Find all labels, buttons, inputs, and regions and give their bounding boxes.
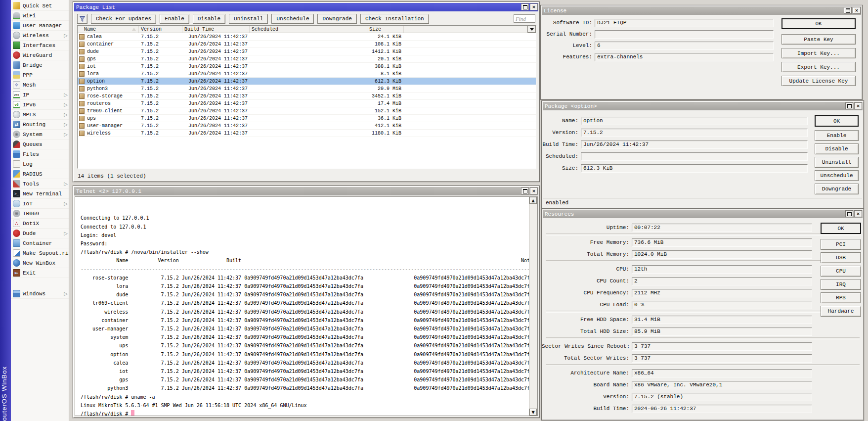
- titlebar[interactable]: Resources ×: [543, 210, 863, 218]
- disable-button[interactable]: Disable: [193, 14, 225, 24]
- downgrade-button[interactable]: Downgrade: [317, 14, 356, 24]
- close-button[interactable]: ×: [854, 102, 862, 109]
- field-architecture-name-input[interactable]: x86_64: [632, 369, 812, 377]
- package-row-wireless[interactable]: wireless7.15.2Jun/26/2024 11:42:371180.1…: [78, 130, 536, 137]
- package-row-tr069-client[interactable]: tr069-client7.15.2Jun/26/2024 11:42:3715…: [78, 107, 536, 115]
- package-row-dude[interactable]: dude7.15.2Jun/26/2024 11:42:371412.1 KiB: [78, 48, 536, 55]
- filter-button[interactable]: [77, 14, 87, 24]
- terminal-output[interactable]: Connecting to 127.0.0.1 Connected to 127…: [75, 197, 537, 416]
- field-software-id-input[interactable]: DJ21-EIQP: [595, 19, 774, 27]
- enable-button[interactable]: Enable: [815, 130, 859, 141]
- sidebar-item-ppp[interactable]: PPP: [11, 70, 69, 80]
- scroll-down-button[interactable]: ▼: [529, 409, 537, 416]
- downgrade-button[interactable]: Downgrade: [815, 184, 859, 194]
- maximize-button[interactable]: [845, 210, 853, 217]
- sidebar-item-wireguard[interactable]: WireGuard: [11, 50, 69, 60]
- sidebar-item-user-manager[interactable]: User Manager: [11, 21, 69, 31]
- column-header-scheduled[interactable]: Scheduled: [250, 26, 367, 33]
- package-row-option[interactable]: option7.15.2Jun/26/2024 11:42:37612.3 Ki…: [78, 78, 536, 85]
- find-input[interactable]: [514, 14, 535, 23]
- sidebar-item-new-terminal[interactable]: New Terminal: [11, 189, 69, 199]
- field-name-input[interactable]: option: [581, 117, 808, 125]
- close-button[interactable]: ×: [530, 187, 538, 194]
- ok-button[interactable]: OK: [781, 18, 856, 29]
- disable-button[interactable]: Disable: [815, 143, 859, 154]
- sidebar-item-files[interactable]: Files: [11, 149, 69, 159]
- sidebar-item-system[interactable]: System▷: [11, 130, 69, 140]
- field-cpu-load-input[interactable]: 0 %: [632, 301, 812, 309]
- sidebar-item-container[interactable]: Container: [11, 238, 69, 248]
- sidebar-item-quick-set[interactable]: Quick Set: [11, 1, 69, 11]
- sidebar-item-queues[interactable]: Queues: [11, 140, 69, 149]
- field-version-input[interactable]: 7.15.2: [581, 129, 808, 137]
- field-level-input[interactable]: 6: [595, 42, 774, 50]
- unschedule-button[interactable]: Unschedule: [271, 14, 314, 24]
- sidebar-item-mpls[interactable]: MPLS▷: [11, 110, 69, 120]
- close-button[interactable]: ×: [854, 210, 862, 217]
- sidebar-item-tr069[interactable]: TR069: [11, 209, 69, 219]
- sidebar-item-wireless[interactable]: Wireless▷: [11, 31, 69, 41]
- sidebar-item-new-winbox[interactable]: New WinBox: [11, 258, 69, 268]
- field-scheduled-input[interactable]: [581, 152, 808, 161]
- field-free-hdd-space-input[interactable]: 31.4 MiB: [632, 316, 812, 324]
- sidebar-item-tools[interactable]: Tools▷: [11, 179, 69, 189]
- terminal-scrollbar[interactable]: ▲ ▼: [529, 197, 537, 416]
- sidebar-item-make-supout-rif[interactable]: Make Supout.rif: [11, 248, 69, 258]
- maximize-button[interactable]: [521, 3, 529, 10]
- uninstall-button[interactable]: Uninstall: [229, 14, 268, 24]
- package-row-calea[interactable]: calea7.15.2Jun/26/2024 11:42:3724.1 KiB: [78, 33, 536, 41]
- sidebar-item-iot[interactable]: IoT▷: [11, 199, 69, 209]
- field-cpu-input[interactable]: 12th: [632, 265, 812, 274]
- maximize-button[interactable]: [844, 7, 852, 14]
- field-build-time-input[interactable]: Jun/26/2024 11:42:37: [581, 140, 808, 149]
- sidebar-item-exit[interactable]: Exit: [11, 268, 69, 278]
- sidebar-item-dude[interactable]: Dude▷: [11, 229, 69, 238]
- package-row-rose-storage[interactable]: rose-storage7.15.2Jun/26/2024 11:42:3734…: [78, 93, 536, 100]
- usb-button[interactable]: USB: [821, 252, 861, 263]
- sidebar-item-radius[interactable]: RADIUS: [11, 169, 69, 179]
- sidebar-item-routing[interactable]: Routing▷: [11, 120, 69, 130]
- sidebar-item-windows[interactable]: Windows▷: [11, 289, 69, 299]
- package-row-python3[interactable]: python37.15.2Jun/26/2024 11:42:3720.9 Mi…: [78, 85, 536, 93]
- sidebar-item-log[interactable]: Log: [11, 159, 69, 169]
- cpu-button[interactable]: CPU: [821, 266, 861, 277]
- field-sector-writes-since-reboot-input[interactable]: 3 737: [632, 342, 812, 351]
- column-header-build-time[interactable]: Build Time: [182, 26, 250, 33]
- close-button[interactable]: ×: [530, 3, 538, 10]
- field-uptime-input[interactable]: 00:07:22: [632, 224, 812, 232]
- rps-button[interactable]: RPS: [821, 292, 861, 303]
- field-total-sector-writes-input[interactable]: 3 737: [632, 354, 812, 363]
- column-select-button[interactable]: [527, 26, 536, 33]
- field-features-input[interactable]: extra-channels: [595, 53, 774, 61]
- check-installation-button[interactable]: Check Installation: [360, 14, 429, 24]
- package-row-routeros[interactable]: routeros7.15.2Jun/26/2024 11:42:3717.4 M…: [78, 100, 536, 107]
- sidebar-item-interfaces[interactable]: Interfaces: [11, 41, 69, 50]
- field-free-memory-input[interactable]: 736.6 MiB: [632, 238, 812, 247]
- column-header-name[interactable]: Name: [78, 26, 139, 33]
- pci-button[interactable]: PCI: [821, 239, 861, 250]
- titlebar[interactable]: Package <option> ×: [543, 102, 863, 110]
- package-row-ups[interactable]: ups7.15.2Jun/26/2024 11:42:3736.1 KiB: [78, 115, 536, 122]
- ok-button[interactable]: OK: [821, 223, 861, 234]
- field-cpu-count-input[interactable]: 2: [632, 277, 812, 285]
- irq-button[interactable]: IRQ: [821, 279, 861, 290]
- sidebar-item-bridge[interactable]: Bridge: [11, 60, 69, 70]
- package-row-user-manager[interactable]: user-manager7.15.2Jun/26/2024 11:42:3741…: [78, 122, 536, 130]
- sidebar-item-ipv6[interactable]: IPv6▷: [11, 100, 69, 110]
- maximize-button[interactable]: [521, 187, 529, 194]
- package-row-gps[interactable]: gps7.15.2Jun/26/2024 11:42:3720.1 KiB: [78, 55, 536, 63]
- titlebar[interactable]: Telnet <2> 127.0.0.1 ×: [74, 187, 538, 195]
- ok-button[interactable]: OK: [815, 115, 859, 127]
- package-row-iot[interactable]: iot7.15.2Jun/26/2024 11:42:37388.1 KiB: [78, 63, 536, 70]
- field-total-memory-input[interactable]: 1024.0 MiB: [632, 250, 812, 259]
- titlebar[interactable]: License ×: [542, 6, 861, 15]
- scroll-up-button[interactable]: ▲: [529, 197, 537, 204]
- field-version-input[interactable]: 7.15.2 (stable): [632, 393, 812, 401]
- hardware-button[interactable]: Hardware: [821, 306, 861, 317]
- column-header-version[interactable]: Version: [139, 26, 182, 33]
- field-cpu-frequency-input[interactable]: 2112 MHz: [632, 289, 812, 297]
- sidebar-item-wifi[interactable]: WiFi: [11, 11, 69, 21]
- export-key-button[interactable]: Export Key...: [781, 62, 856, 72]
- package-row-lora[interactable]: lora7.15.2Jun/26/2024 11:42:378.1 KiB: [78, 70, 536, 78]
- titlebar[interactable]: Package List ×: [74, 3, 538, 11]
